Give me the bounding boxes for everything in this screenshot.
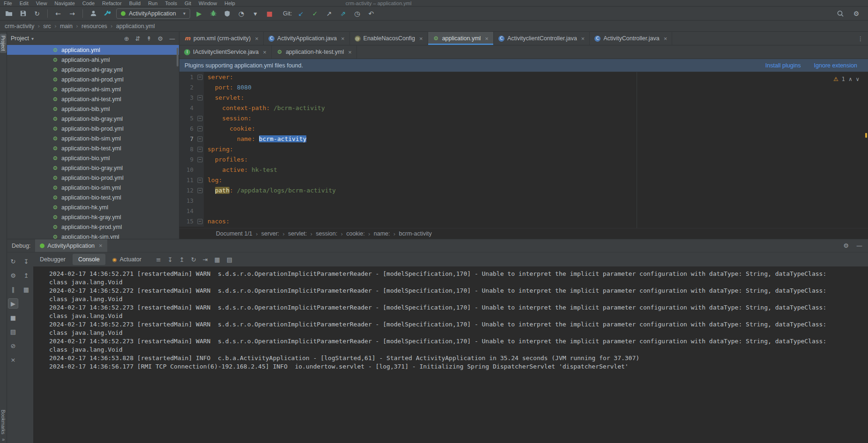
expand-all-icon[interactable]: ⇵ xyxy=(135,35,141,42)
inspection-widget[interactable]: ⚠ 1 ∧ ∨ xyxy=(833,76,860,82)
wrench-icon[interactable] xyxy=(102,8,112,19)
debug-tab-debugger[interactable]: Debugger xyxy=(34,254,71,265)
debug-tab-console[interactable]: Console xyxy=(73,254,105,265)
panel-settings-gear-icon[interactable]: ⚙ xyxy=(157,35,163,42)
code-area[interactable]: 1server:2 port: 80803 servlet:4 context-… xyxy=(179,72,868,228)
coverage-button[interactable] xyxy=(222,8,232,19)
menu-item-edit[interactable]: Edit xyxy=(20,0,29,6)
hide-panel-icon[interactable]: — xyxy=(169,35,175,42)
forward-icon[interactable]: → xyxy=(67,8,77,19)
project-file[interactable]: ⚙application-ahi-gray.yml xyxy=(7,65,179,74)
project-file[interactable]: ⚙application-hk-gray.yml xyxy=(7,212,179,222)
editor-tab[interactable]: ⚙application.yml× xyxy=(428,32,494,45)
project-file[interactable]: ⚙application-hk-prod.yml xyxy=(7,222,179,232)
git-update-icon[interactable]: ↙ xyxy=(296,8,306,19)
debug-settings-gear-icon[interactable]: ⚙ xyxy=(843,242,849,249)
fold-marker[interactable] xyxy=(196,144,204,155)
notification-action-link[interactable]: Install plugins xyxy=(765,62,801,69)
debug-button[interactable] xyxy=(208,8,218,19)
layout-grid-icon[interactable]: ▦ xyxy=(214,256,220,263)
hide-debug-panel-icon[interactable]: — xyxy=(856,242,862,249)
project-file[interactable]: ⚙application-bio-test.yml xyxy=(7,192,179,202)
project-file[interactable]: ⚙application-ahi.yml xyxy=(7,55,179,65)
console-line[interactable]: 2024-02-17 14:36:52.271 [restartedMain] … xyxy=(49,270,841,287)
resume-icon[interactable]: ▶ xyxy=(8,298,18,309)
stop-icon[interactable]: ■ xyxy=(8,312,18,323)
history-icon[interactable]: ◷ xyxy=(352,8,362,19)
layout-grid-icon[interactable]: ▦ xyxy=(21,284,31,295)
project-file[interactable]: ⚙application-ahi-prod.yml xyxy=(7,74,179,84)
close-tab-icon[interactable]: × xyxy=(581,35,585,42)
project-file[interactable]: ⚙application-bib-sim.yml xyxy=(7,133,179,143)
search-icon[interactable] xyxy=(835,8,846,19)
fold-marker[interactable] xyxy=(196,113,204,124)
user-icon[interactable] xyxy=(88,8,98,19)
rerun-icon[interactable]: ↻ xyxy=(8,256,18,266)
console-line[interactable]: 2024-02-17 14:36:52.273 [restartedMain] … xyxy=(49,320,841,337)
project-file[interactable]: ⚙application-bib-prod.yml xyxy=(7,124,179,133)
breadcrumb-item[interactable]: src xyxy=(43,23,51,30)
fold-marker[interactable] xyxy=(196,124,204,134)
console-line[interactable]: 2024-02-17 14:36:52.273 [restartedMain] … xyxy=(49,303,841,320)
debug-tab-actuator[interactable]: ◉Actuator xyxy=(107,254,147,265)
git-commit-icon[interactable]: ✓ xyxy=(310,8,320,19)
menu-item-window[interactable]: Window xyxy=(199,0,217,6)
close-tab-icon[interactable]: × xyxy=(341,35,345,42)
menu-item-refactor[interactable]: Refactor xyxy=(102,0,122,6)
git-push-icon[interactable]: ↗ xyxy=(324,8,334,19)
notification-action-link[interactable]: Ignore extension xyxy=(814,62,857,69)
sync-icon[interactable]: ↻ xyxy=(32,8,42,19)
close-tab-icon[interactable]: × xyxy=(263,49,267,56)
editor-breadcrumb-item[interactable]: session: xyxy=(316,230,337,237)
editor-tab[interactable]: @EnableNacosConfig× xyxy=(350,32,428,45)
close-tab-icon[interactable]: × xyxy=(419,35,423,42)
project-file[interactable]: ⚙application-bio-gray.yml xyxy=(7,163,179,173)
error-stripe-mark[interactable] xyxy=(865,133,867,138)
project-file[interactable]: ⚙application.yml xyxy=(7,45,179,55)
console-line[interactable]: 2024-02-17 14:36:56.177 [RMI TCP Connect… xyxy=(49,362,841,371)
run-config-select[interactable]: ActivityApplication ▾ xyxy=(116,8,190,19)
scroll-to-end-icon[interactable]: ↧ xyxy=(168,256,173,263)
menu-item-code[interactable]: Code xyxy=(82,0,95,6)
editor-tab[interactable]: CActivityApplication.java× xyxy=(264,32,350,45)
console-line[interactable]: 2024-02-17 14:36:52.273 [restartedMain] … xyxy=(49,337,841,354)
editor-breadcrumb-item[interactable]: server: xyxy=(261,230,279,237)
close-tab-icon[interactable]: × xyxy=(485,35,489,42)
menu-item-tools[interactable]: Tools xyxy=(165,0,177,6)
stripe-project-tab[interactable]: Project xyxy=(0,34,7,53)
project-file[interactable]: ⚙application-ahi-sim.yml xyxy=(7,84,179,94)
more-tabs-icon[interactable]: ⋮ xyxy=(853,32,868,45)
menu-item-view[interactable]: View xyxy=(36,0,47,6)
prev-problem-icon[interactable]: ∧ xyxy=(848,76,852,82)
settings-wrench-icon[interactable]: ⚙ xyxy=(8,270,18,281)
layout-rows-icon[interactable]: ▤ xyxy=(227,256,232,263)
project-file[interactable]: ⚙application-bib.yml xyxy=(7,104,179,114)
print-icon[interactable]: ▤ xyxy=(8,326,18,337)
scroll-up-icon[interactable]: ↥ xyxy=(21,270,31,281)
run-more-chevron-icon[interactable]: ▾ xyxy=(250,8,260,19)
project-file[interactable]: ⚙application-bib-test.yml xyxy=(7,143,179,153)
project-file-list[interactable]: ⚙application.yml⚙application-ahi.yml⚙app… xyxy=(7,45,179,239)
fold-marker[interactable] xyxy=(196,93,204,103)
close-session-icon[interactable]: × xyxy=(99,242,103,249)
jump-to-source-icon[interactable]: ⇥ xyxy=(203,256,208,263)
menu-item-build[interactable]: Build xyxy=(129,0,141,6)
close-tab-icon[interactable]: × xyxy=(348,49,352,56)
collapse-all-icon[interactable]: ↟ xyxy=(146,35,151,42)
stop-button[interactable]: ■ xyxy=(264,8,274,19)
close-tab-icon[interactable]: × xyxy=(255,35,259,42)
fold-marker[interactable] xyxy=(196,72,204,82)
breadcrumb-item[interactable]: resources xyxy=(82,23,107,30)
editor-breadcrumb-item[interactable]: cookie: xyxy=(346,230,365,237)
back-icon[interactable]: ← xyxy=(53,8,63,19)
editor-breadcrumb-item[interactable]: Document 1/1 xyxy=(216,230,252,237)
editor-tab[interactable]: ⚙application-hk-test.yml× xyxy=(272,45,357,59)
menu-item-file[interactable]: File xyxy=(4,0,12,6)
fold-marker[interactable] xyxy=(196,155,204,165)
project-view-chevron-icon[interactable]: ▾ xyxy=(31,36,34,41)
open-folder-icon[interactable] xyxy=(4,8,14,19)
console-line[interactable]: 2024-02-17 14:36:53.828 [restartedMain] … xyxy=(49,354,841,362)
fold-marker[interactable] xyxy=(196,216,204,227)
git-fetch-icon[interactable]: ⇗ xyxy=(338,8,348,19)
restart-frame-icon[interactable]: ↻ xyxy=(191,256,196,263)
